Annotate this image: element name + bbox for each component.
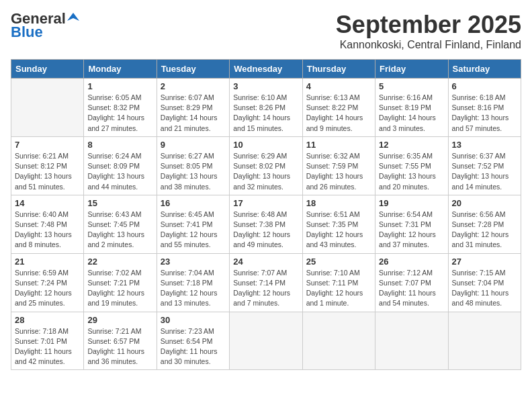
title-area: September 2025 Kannonkoski, Central Finl… — [336, 11, 521, 51]
day-cell — [230, 312, 302, 370]
day-number: 9 — [161, 140, 226, 150]
day-info: Sunrise: 6:40 AM Sunset: 7:48 PM Dayligh… — [15, 210, 80, 250]
day-number: 21 — [15, 257, 80, 267]
day-number: 24 — [233, 257, 298, 267]
day-cell: 4Sunrise: 6:13 AM Sunset: 8:22 PM Daylig… — [302, 79, 375, 137]
day-number: 14 — [15, 198, 80, 208]
day-number: 8 — [87, 140, 152, 150]
day-cell: 28Sunrise: 7:18 AM Sunset: 7:01 PM Dayli… — [11, 312, 84, 370]
day-info: Sunrise: 6:27 AM Sunset: 8:05 PM Dayligh… — [161, 151, 226, 192]
day-cell — [448, 312, 521, 370]
day-cell — [302, 312, 375, 370]
day-number: 20 — [452, 198, 517, 208]
day-number: 28 — [15, 315, 80, 325]
day-number: 5 — [379, 81, 444, 91]
week-row-1: 1Sunrise: 6:05 AM Sunset: 8:32 PM Daylig… — [11, 79, 521, 137]
header: General Blue September 2025 Kannonkoski,… — [11, 11, 521, 51]
month-title: September 2025 — [336, 11, 521, 39]
day-cell: 25Sunrise: 7:10 AM Sunset: 7:11 PM Dayli… — [302, 253, 375, 312]
day-number: 10 — [233, 140, 298, 150]
header-row: SundayMondayTuesdayWednesdayThursdayFrid… — [11, 60, 521, 79]
day-cell: 5Sunrise: 6:16 AM Sunset: 8:19 PM Daylig… — [375, 79, 448, 137]
week-row-3: 14Sunrise: 6:40 AM Sunset: 7:48 PM Dayli… — [11, 195, 521, 253]
day-info: Sunrise: 6:18 AM Sunset: 8:16 PM Dayligh… — [452, 93, 517, 134]
day-number: 4 — [306, 81, 371, 91]
day-info: Sunrise: 6:54 AM Sunset: 7:31 PM Dayligh… — [379, 210, 444, 250]
day-cell: 23Sunrise: 7:04 AM Sunset: 7:18 PM Dayli… — [157, 253, 229, 312]
day-info: Sunrise: 6:35 AM Sunset: 7:55 PM Dayligh… — [379, 151, 444, 192]
day-info: Sunrise: 7:02 AM Sunset: 7:21 PM Dayligh… — [87, 268, 152, 309]
logo-bird-icon — [67, 11, 79, 24]
day-cell: 13Sunrise: 6:37 AM Sunset: 7:52 PM Dayli… — [448, 136, 521, 195]
logo-blue-text: Blue — [11, 24, 43, 40]
day-cell: 1Sunrise: 6:05 AM Sunset: 8:32 PM Daylig… — [84, 79, 157, 137]
weekday-header-saturday: Saturday — [448, 60, 521, 79]
day-cell: 21Sunrise: 6:59 AM Sunset: 7:24 PM Dayli… — [11, 253, 84, 312]
day-number: 19 — [379, 198, 444, 208]
day-info: Sunrise: 6:29 AM Sunset: 8:02 PM Dayligh… — [233, 151, 298, 192]
day-cell: 3Sunrise: 6:10 AM Sunset: 8:26 PM Daylig… — [230, 79, 302, 137]
day-number: 27 — [452, 257, 517, 267]
day-info: Sunrise: 6:07 AM Sunset: 8:29 PM Dayligh… — [161, 93, 226, 134]
week-row-4: 21Sunrise: 6:59 AM Sunset: 7:24 PM Dayli… — [11, 253, 521, 312]
weekday-header-monday: Monday — [84, 60, 157, 79]
day-cell: 9Sunrise: 6:27 AM Sunset: 8:05 PM Daylig… — [157, 136, 229, 195]
week-row-2: 7Sunrise: 6:21 AM Sunset: 8:12 PM Daylig… — [11, 136, 521, 195]
day-info: Sunrise: 6:43 AM Sunset: 7:45 PM Dayligh… — [87, 210, 152, 250]
day-cell: 30Sunrise: 7:23 AM Sunset: 6:54 PM Dayli… — [157, 312, 229, 370]
day-cell: 27Sunrise: 7:15 AM Sunset: 7:04 PM Dayli… — [448, 253, 521, 312]
day-number: 18 — [306, 198, 371, 208]
day-cell: 20Sunrise: 6:56 AM Sunset: 7:28 PM Dayli… — [448, 195, 521, 253]
day-number: 26 — [379, 257, 444, 267]
day-number: 16 — [161, 198, 226, 208]
day-info: Sunrise: 7:18 AM Sunset: 7:01 PM Dayligh… — [15, 326, 80, 367]
day-number: 2 — [161, 81, 226, 91]
svg-marker-0 — [67, 13, 79, 21]
weekday-header-friday: Friday — [375, 60, 448, 79]
day-number: 17 — [233, 198, 298, 208]
logo: General Blue — [11, 11, 79, 40]
day-number: 29 — [87, 315, 152, 325]
day-cell: 14Sunrise: 6:40 AM Sunset: 7:48 PM Dayli… — [11, 195, 84, 253]
day-number: 30 — [161, 315, 226, 325]
day-info: Sunrise: 6:45 AM Sunset: 7:41 PM Dayligh… — [161, 210, 226, 250]
day-info: Sunrise: 7:10 AM Sunset: 7:11 PM Dayligh… — [306, 268, 371, 309]
day-cell: 18Sunrise: 6:51 AM Sunset: 7:35 PM Dayli… — [302, 195, 375, 253]
day-cell: 19Sunrise: 6:54 AM Sunset: 7:31 PM Dayli… — [375, 195, 448, 253]
week-row-5: 28Sunrise: 7:18 AM Sunset: 7:01 PM Dayli… — [11, 312, 521, 370]
day-info: Sunrise: 7:15 AM Sunset: 7:04 PM Dayligh… — [452, 268, 517, 309]
day-cell: 6Sunrise: 6:18 AM Sunset: 8:16 PM Daylig… — [448, 79, 521, 137]
day-info: Sunrise: 6:21 AM Sunset: 8:12 PM Dayligh… — [15, 151, 80, 192]
day-cell — [11, 79, 84, 137]
day-info: Sunrise: 6:24 AM Sunset: 8:09 PM Dayligh… — [87, 151, 152, 192]
day-info: Sunrise: 6:05 AM Sunset: 8:32 PM Dayligh… — [87, 93, 152, 134]
day-info: Sunrise: 6:16 AM Sunset: 8:19 PM Dayligh… — [379, 93, 444, 134]
weekday-header-thursday: Thursday — [302, 60, 375, 79]
day-number: 12 — [379, 140, 444, 150]
day-number: 15 — [87, 198, 152, 208]
day-info: Sunrise: 6:59 AM Sunset: 7:24 PM Dayligh… — [15, 268, 80, 309]
day-cell: 26Sunrise: 7:12 AM Sunset: 7:07 PM Dayli… — [375, 253, 448, 312]
day-cell: 16Sunrise: 6:45 AM Sunset: 7:41 PM Dayli… — [157, 195, 229, 253]
day-info: Sunrise: 7:04 AM Sunset: 7:18 PM Dayligh… — [161, 268, 226, 309]
day-cell: 11Sunrise: 6:32 AM Sunset: 7:59 PM Dayli… — [302, 136, 375, 195]
day-cell: 29Sunrise: 7:21 AM Sunset: 6:57 PM Dayli… — [84, 312, 157, 370]
day-info: Sunrise: 6:13 AM Sunset: 8:22 PM Dayligh… — [306, 93, 371, 134]
day-number: 1 — [87, 81, 152, 91]
day-info: Sunrise: 6:37 AM Sunset: 7:52 PM Dayligh… — [452, 151, 517, 192]
day-number: 6 — [452, 81, 517, 91]
day-info: Sunrise: 7:21 AM Sunset: 6:57 PM Dayligh… — [87, 326, 152, 367]
calendar-table: SundayMondayTuesdayWednesdayThursdayFrid… — [11, 59, 521, 370]
location-title: Kannonkoski, Central Finland, Finland — [336, 39, 521, 51]
day-info: Sunrise: 6:48 AM Sunset: 7:38 PM Dayligh… — [233, 210, 298, 250]
weekday-header-tuesday: Tuesday — [157, 60, 229, 79]
day-number: 23 — [161, 257, 226, 267]
day-info: Sunrise: 6:10 AM Sunset: 8:26 PM Dayligh… — [233, 93, 298, 134]
day-cell: 24Sunrise: 7:07 AM Sunset: 7:14 PM Dayli… — [230, 253, 302, 312]
day-info: Sunrise: 7:23 AM Sunset: 6:54 PM Dayligh… — [161, 326, 226, 367]
day-cell: 8Sunrise: 6:24 AM Sunset: 8:09 PM Daylig… — [84, 136, 157, 195]
weekday-header-wednesday: Wednesday — [230, 60, 302, 79]
day-info: Sunrise: 6:51 AM Sunset: 7:35 PM Dayligh… — [306, 210, 371, 250]
day-number: 3 — [233, 81, 298, 91]
day-cell: 10Sunrise: 6:29 AM Sunset: 8:02 PM Dayli… — [230, 136, 302, 195]
